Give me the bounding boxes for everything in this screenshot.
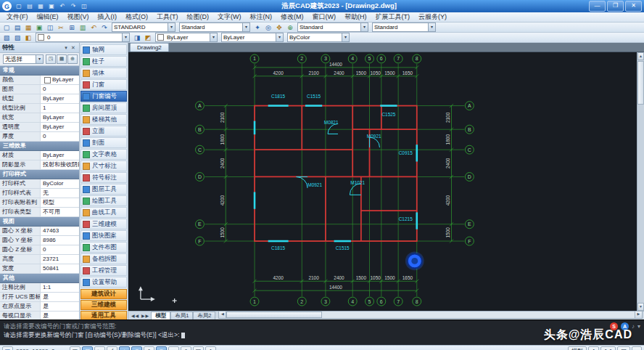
drawing-area[interactable]: 4200210024001500105015001650144004200210…: [128, 52, 644, 311]
screen-menu-group-0[interactable]: 建筑设计: [80, 289, 127, 299]
menu-item-11[interactable]: 帮助(H): [340, 12, 371, 22]
qp-toggle[interactable]: ◈: [181, 346, 191, 350]
screen-menu-item-8[interactable]: 剖面: [80, 137, 127, 148]
screen-menu-item-12[interactable]: 图层工具: [80, 184, 127, 195]
property-value[interactable]: ByLayer: [41, 76, 79, 84]
menu-item-7[interactable]: 文字(W): [213, 12, 246, 22]
sc-toggle[interactable]: ▣: [193, 346, 204, 350]
property-value[interactable]: 不可用: [41, 208, 79, 216]
plotstyle-combo[interactable]: ByColor▾: [287, 33, 350, 42]
horizontal-scrollbar[interactable]: ◀ ▶: [218, 311, 643, 319]
property-value[interactable]: ByLayer: [41, 151, 79, 160]
property-value[interactable]: 47463: [41, 227, 79, 235]
palette-close-icon[interactable]: ✕: [70, 45, 77, 51]
properties-section-header-3[interactable]: 视图: [0, 217, 79, 227]
screen-menu-group-1[interactable]: 三维建模: [80, 300, 127, 310]
menu-item-10[interactable]: 窗口(W): [308, 12, 341, 22]
dimension-style-combo[interactable]: STANDARD▾: [112, 23, 176, 32]
layer-combo[interactable]: 0▾: [36, 33, 130, 42]
menu-item-12[interactable]: 扩展工具(T): [371, 12, 415, 22]
screen-menu-item-2[interactable]: 墙体: [80, 68, 127, 78]
match-icon[interactable]: ✦: [252, 23, 263, 32]
property-value[interactable]: 模型: [41, 198, 79, 207]
document-tab[interactable]: Drawing2: [130, 43, 169, 52]
property-value[interactable]: 1: [41, 104, 79, 113]
new-icon[interactable]: ▢: [1, 23, 12, 32]
property-value[interactable]: 23721: [41, 255, 79, 264]
zoom-icon[interactable]: ⊕: [285, 23, 295, 32]
property-value[interactable]: ByLayer: [41, 113, 79, 122]
screen-menu-item-5[interactable]: 房间屋顶: [80, 102, 127, 113]
snap-toggle[interactable]: ▦: [70, 346, 80, 350]
property-value[interactable]: 无: [41, 189, 79, 198]
property-value[interactable]: 0: [41, 132, 79, 141]
ortho-toggle[interactable]: ∟: [94, 346, 105, 350]
properties-section-header-2[interactable]: 打印样式: [0, 170, 79, 179]
open-icon[interactable]: ▤: [25, 1, 35, 11]
layout-nav-arrows-icon[interactable]: ◀◀ ▶▶: [130, 312, 151, 320]
dyn-toggle[interactable]: ≡: [156, 346, 167, 350]
status-right-item-1[interactable]: A: [588, 346, 599, 350]
status-right-item-2[interactable]: 1:1: [600, 346, 616, 350]
property-value[interactable]: 1:1: [41, 283, 79, 292]
save-icon[interactable]: ▦: [36, 1, 46, 11]
screen-menu-item-3[interactable]: 门窗: [80, 79, 127, 90]
menu-item-1[interactable]: 编辑(E): [33, 12, 63, 22]
layout-tab-0[interactable]: 模型: [151, 312, 170, 320]
vertical-scrollbar[interactable]: ▲ ▼: [637, 52, 644, 311]
undo-icon[interactable]: ↶: [57, 1, 67, 11]
ducs-toggle[interactable]: ◇: [144, 346, 154, 350]
screen-menu-item-13[interactable]: 绘图工具: [80, 195, 127, 206]
maximize-button[interactable]: ❐: [607, 1, 624, 12]
menu-item-13[interactable]: 云服务(Y): [414, 12, 451, 22]
grid-origin-icon[interactable]: ▦: [2, 346, 13, 350]
screen-menu-item-0[interactable]: 轴网: [80, 44, 127, 55]
layout-tab-1[interactable]: 布局1: [170, 312, 193, 320]
scroll-down-icon[interactable]: ▼: [637, 303, 644, 311]
property-value[interactable]: 投射和接收阴影: [41, 160, 79, 169]
layer-states-icon[interactable]: ▨: [12, 33, 22, 42]
menu-item-3[interactable]: 插入(I): [94, 12, 122, 22]
menu-item-8[interactable]: 标注(N): [246, 12, 277, 22]
preview-icon[interactable]: ◫: [79, 1, 89, 11]
drawing-canvas[interactable]: 4200210024001500105015001650144004200210…: [128, 52, 644, 311]
scroll-left-icon[interactable]: ◀: [219, 312, 226, 318]
screen-menu-item-20[interactable]: 设置帮助: [80, 277, 127, 288]
text-style-combo[interactable]: Standard▾: [179, 23, 250, 32]
property-value[interactable]: 0: [41, 245, 79, 254]
property-value[interactable]: ByColor: [41, 179, 79, 188]
property-value[interactable]: 8986: [41, 236, 79, 245]
property-value[interactable]: 是: [41, 293, 79, 301]
vertical-scroll-thumb[interactable]: [637, 61, 644, 105]
screen-menu-item-7[interactable]: 立面: [80, 126, 127, 137]
property-value[interactable]: 0: [41, 85, 79, 94]
pan-icon[interactable]: ✥: [274, 23, 284, 32]
menu-item-6[interactable]: 绘图(D): [183, 12, 214, 22]
property-value[interactable]: 50841: [41, 264, 79, 273]
cut-icon[interactable]: ✂: [56, 23, 66, 32]
new-icon[interactable]: ▢: [14, 1, 24, 11]
screen-menu-item-9[interactable]: 文字表格: [80, 149, 127, 160]
screen-menu-item-1[interactable]: 柱子: [80, 56, 127, 67]
screen-menu-item-14[interactable]: 曲线工具: [80, 207, 127, 218]
palette-pin-icon[interactable]: ▾: [62, 45, 70, 51]
redo-icon[interactable]: ↷: [99, 23, 110, 32]
mleader-style-combo[interactable]: Standard▾: [372, 23, 436, 32]
otrack-toggle[interactable]: ⊙: [131, 346, 142, 350]
property-value[interactable]: 是: [41, 312, 79, 320]
layer-prev-icon[interactable]: ◧: [23, 33, 33, 42]
menu-item-9[interactable]: 修改(M): [276, 12, 308, 22]
undo-icon[interactable]: ↶: [88, 23, 99, 32]
lwt-toggle[interactable]: ▭: [168, 346, 179, 350]
status-right-item-3[interactable]: ◱: [617, 346, 630, 350]
quick-select-button[interactable]: ⊕: [67, 54, 78, 64]
am-toggle[interactable]: A: [205, 346, 216, 350]
screen-menu-item-11[interactable]: 符号标注: [80, 172, 127, 183]
screen-menu-item-18[interactable]: 备档拆图: [80, 253, 127, 264]
screen-menu-item-4[interactable]: 门窗编号: [80, 91, 127, 102]
scroll-right-icon[interactable]: ▶: [635, 312, 642, 318]
horizontal-scroll-thumb[interactable]: [226, 312, 322, 318]
property-value[interactable]: ByLayer: [41, 123, 79, 131]
polar-toggle[interactable]: ∠: [107, 346, 117, 350]
select-objects-button[interactable]: ▦: [57, 54, 67, 64]
